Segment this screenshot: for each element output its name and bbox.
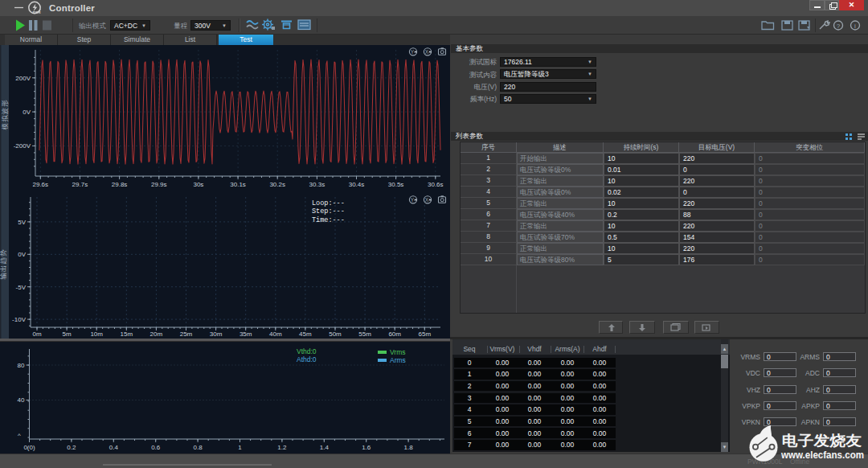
svg-text:5V: 5V: [18, 219, 26, 226]
svg-text:30m: 30m: [210, 330, 223, 338]
svg-text:X: X: [425, 49, 429, 55]
svg-text:Time:---: Time:---: [312, 216, 345, 224]
svg-text:-10V: -10V: [12, 316, 27, 323]
svg-text:Vrms: Vrms: [390, 348, 406, 356]
svg-text:Vthd:0: Vthd:0: [297, 347, 317, 355]
svg-text:29.8s: 29.8s: [112, 181, 128, 188]
svg-text:29.6s: 29.6s: [33, 181, 49, 188]
svg-text:29.9s: 29.9s: [151, 181, 167, 188]
svg-text:?: ?: [837, 23, 841, 30]
svg-text:0V: 0V: [18, 251, 26, 258]
svg-text:Athd:0: Athd:0: [297, 355, 317, 363]
svg-text:10m: 10m: [90, 330, 103, 338]
svg-text:1.2: 1.2: [277, 444, 287, 451]
svg-text:输出趋势: 输出趋势: [0, 249, 7, 281]
svg-text:0V: 0V: [23, 109, 31, 116]
svg-text:i: i: [854, 23, 856, 30]
svg-text:Loop:---: Loop:---: [312, 199, 345, 207]
svg-text:30.5s: 30.5s: [388, 181, 404, 188]
svg-text:0.2: 0.2: [67, 444, 76, 451]
svg-text:0.8: 0.8: [194, 444, 203, 451]
svg-text:55m: 55m: [358, 330, 371, 338]
svg-text:1: 1: [238, 444, 242, 451]
svg-text:40m: 40m: [269, 330, 282, 338]
svg-text:Step:---: Step:---: [312, 207, 345, 216]
svg-text:1.6: 1.6: [362, 444, 371, 451]
svg-text:5m: 5m: [63, 330, 72, 338]
svg-text:15m: 15m: [121, 330, 133, 338]
svg-text:Arms: Arms: [390, 356, 406, 364]
svg-text:30.4s: 30.4s: [349, 181, 365, 188]
svg-text:45m: 45m: [299, 330, 312, 338]
svg-text:电子发烧友: 电子发烧友: [782, 433, 862, 449]
svg-text:Y: Y: [411, 49, 415, 55]
svg-text:25m: 25m: [180, 330, 193, 338]
svg-text:65m: 65m: [419, 330, 432, 338]
svg-text:Y: Y: [411, 197, 415, 203]
svg-text:模拟波形: 模拟波形: [1, 100, 9, 131]
svg-text:30.2s: 30.2s: [269, 181, 285, 188]
svg-text:0.4: 0.4: [109, 444, 119, 451]
svg-text:X: X: [425, 197, 429, 203]
svg-text:^: ^: [18, 432, 21, 439]
svg-text:30.1s: 30.1s: [230, 181, 246, 188]
svg-text:30.3s: 30.3s: [309, 181, 326, 188]
svg-text:60m: 60m: [388, 330, 401, 338]
svg-text:1.8: 1.8: [404, 444, 414, 451]
svg-text:1.4: 1.4: [320, 444, 330, 451]
svg-text:35m: 35m: [240, 330, 252, 338]
svg-text:30.6s: 30.6s: [428, 181, 444, 188]
svg-text:40: 40: [18, 396, 25, 404]
svg-text:200V: 200V: [15, 75, 31, 82]
svg-text:0m: 0m: [32, 330, 41, 338]
svg-text:0(0): 0(0): [23, 444, 35, 451]
svg-text:-200V: -200V: [14, 142, 31, 150]
svg-text:50m: 50m: [329, 330, 342, 338]
svg-text:30s: 30s: [193, 181, 203, 188]
svg-text:80: 80: [18, 362, 25, 369]
svg-text:0.6: 0.6: [151, 444, 161, 451]
svg-text:29.7s: 29.7s: [72, 181, 88, 188]
svg-text:www.elecfans.com: www.elecfans.com: [780, 449, 864, 461]
svg-text:20m: 20m: [150, 330, 163, 338]
svg-text:-5V: -5V: [16, 284, 27, 291]
svg-text:PWR: PWR: [33, 10, 42, 14]
